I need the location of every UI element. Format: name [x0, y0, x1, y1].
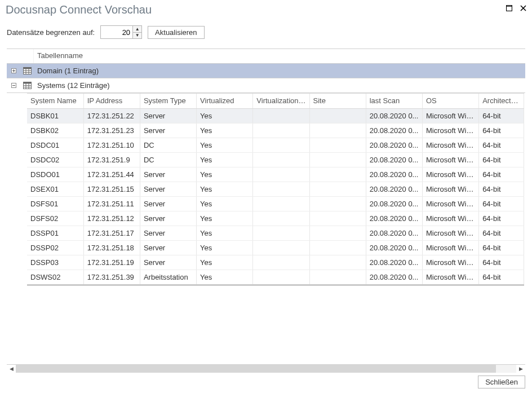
cell-site [309, 138, 366, 152]
col-virt-host[interactable]: Virtualization H... [253, 94, 309, 108]
cell-virt: Yes [197, 196, 253, 211]
table-row[interactable]: DSWS02172.31.251.39ArbeitsstationYes20.0… [27, 270, 524, 284]
horizontal-scrollbar[interactable]: ◀ ▶ [7, 365, 525, 373]
cell-scan: 20.08.2020 0... [366, 270, 422, 284]
scroll-left-icon[interactable]: ◀ [7, 365, 16, 373]
cell-ip: 172.31.251.22 [83, 108, 140, 123]
cell-scan: 20.08.2020 0... [366, 123, 422, 138]
col-site[interactable]: Site [309, 94, 366, 108]
toolbar: Datensätze begrenzen auf: ▲ ▼ Aktualisie… [0, 22, 532, 45]
spin-down-icon[interactable]: ▼ [133, 33, 141, 39]
close-button[interactable]: Schließen [478, 376, 525, 388]
col-system-type[interactable]: System Type [140, 94, 196, 108]
cell-os: Microsoft Win... [422, 182, 478, 196]
refresh-button[interactable]: Aktualisieren [148, 26, 204, 39]
cell-ip: 172.31.251.18 [83, 240, 140, 255]
cell-arch: 64-bit [479, 152, 524, 167]
scroll-right-icon[interactable]: ▶ [516, 365, 525, 373]
systems-table-wrap: System Name IP Address System Type Virtu… [27, 93, 524, 286]
cell-site [309, 240, 366, 255]
cell-arch: 64-bit [479, 167, 524, 182]
cell-type: Server [140, 182, 196, 196]
cell-ip: 172.31.251.12 [83, 211, 140, 226]
cell-vhost [253, 226, 309, 240]
maximize-icon[interactable] [505, 3, 513, 14]
cell-virt: Yes [197, 240, 253, 255]
cell-type: Server [140, 211, 196, 226]
cell-type: Server [140, 240, 196, 255]
window: Docusnap Connect Vorschau Datensätze beg… [0, 0, 532, 393]
table-row[interactable]: DSSP01172.31.251.17ServerYes20.08.2020 0… [27, 226, 524, 240]
cell-os: Microsoft Win... [422, 138, 478, 152]
cell-site [309, 108, 366, 123]
spin-up-icon[interactable]: ▲ [133, 26, 141, 33]
cell-scan: 20.08.2020 0... [366, 138, 422, 152]
collapse-icon[interactable] [7, 83, 20, 88]
cell-scan: 20.08.2020 0... [366, 196, 422, 211]
cell-vhost [253, 167, 309, 182]
table-row[interactable]: DSSP03172.31.251.19ServerYes20.08.2020 0… [27, 255, 524, 270]
cell-virt: Yes [197, 123, 253, 138]
table-row[interactable]: DSDC01172.31.251.10DCYes20.08.2020 0...M… [27, 138, 524, 152]
cell-virt: Yes [197, 138, 253, 152]
cell-name: DSDC02 [27, 152, 83, 167]
cell-vhost [253, 270, 309, 284]
col-virtualized[interactable]: Virtualized [197, 94, 253, 108]
limit-label: Datensätze begrenzen auf: [7, 28, 95, 37]
cell-vhost [253, 240, 309, 255]
expand-icon[interactable] [7, 68, 20, 73]
table-row[interactable]: DSFS01172.31.251.11ServerYes20.08.2020 0… [27, 196, 524, 211]
table-row[interactable]: DSDC02172.31.251.9DCYes20.08.2020 0...Mi… [27, 152, 524, 167]
col-os[interactable]: OS [422, 94, 478, 108]
cell-name: DSSP03 [27, 255, 83, 270]
table-row[interactable]: DSBK02172.31.251.23ServerYes20.08.2020 0… [27, 123, 524, 138]
cell-scan: 20.08.2020 0... [366, 255, 422, 270]
cell-name: DSWS02 [27, 270, 83, 284]
col-system-name[interactable]: System Name [27, 94, 83, 108]
close-icon[interactable] [519, 3, 527, 14]
cell-scan: 20.08.2020 0... [366, 167, 422, 182]
cell-os: Microsoft Win... [422, 123, 478, 138]
group-row-systems[interactable]: Systems (12 Einträge) [7, 78, 525, 93]
cell-virt: Yes [197, 255, 253, 270]
limit-input[interactable] [101, 26, 132, 38]
cell-os: Microsoft Win... [422, 211, 478, 226]
group-label-systems: Systems (12 Einträge) [34, 81, 110, 90]
table-icon [20, 67, 34, 74]
cell-name: DSFS01 [27, 196, 83, 211]
cell-os: Microsoft Win... [422, 152, 478, 167]
limit-spinbox[interactable]: ▲ ▼ [100, 25, 142, 39]
cell-arch: 64-bit [479, 240, 524, 255]
cell-name: DSBK02 [27, 123, 83, 138]
scrollbar-track[interactable] [16, 365, 516, 373]
group-row-domain[interactable]: Domain (1 Eintrag) [7, 64, 525, 78]
cell-vhost [253, 123, 309, 138]
cell-vhost [253, 255, 309, 270]
cell-scan: 20.08.2020 0... [366, 240, 422, 255]
systems-table: System Name IP Address System Type Virtu… [27, 94, 524, 285]
cell-type: Server [140, 226, 196, 240]
scrollbar-thumb[interactable] [16, 365, 496, 373]
cell-ip: 172.31.251.44 [83, 167, 140, 182]
cell-vhost [253, 138, 309, 152]
col-ip-address[interactable]: IP Address [83, 94, 140, 108]
table-row[interactable]: DSDO01172.31.251.44ServerYes20.08.2020 0… [27, 167, 524, 182]
cell-site [309, 167, 366, 182]
cell-arch: 64-bit [479, 182, 524, 196]
table-row[interactable]: DSBK01172.31.251.22ServerYes20.08.2020 0… [27, 108, 524, 123]
cell-site [309, 255, 366, 270]
col-architecture[interactable]: Architecture [479, 94, 524, 108]
cell-type: Server [140, 123, 196, 138]
cell-vhost [253, 108, 309, 123]
col-last-scan[interactable]: last Scan [366, 94, 422, 108]
cell-ip: 172.31.251.9 [83, 152, 140, 167]
cell-type: DC [140, 152, 196, 167]
table-row[interactable]: DSSP02172.31.251.18ServerYes20.08.2020 0… [27, 240, 524, 255]
table-icon [20, 82, 34, 89]
cell-site [309, 123, 366, 138]
cell-ip: 172.31.251.19 [83, 255, 140, 270]
cell-os: Microsoft Win... [422, 108, 478, 123]
table-row[interactable]: DSFS02172.31.251.12ServerYes20.08.2020 0… [27, 211, 524, 226]
table-row[interactable]: DSEX01172.31.251.15ServerYes20.08.2020 0… [27, 182, 524, 196]
cell-scan: 20.08.2020 0... [366, 152, 422, 167]
